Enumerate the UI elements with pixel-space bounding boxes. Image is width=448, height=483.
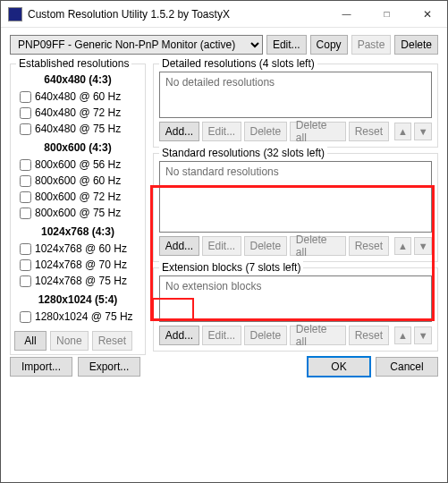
- extension-delete-button: Delete: [244, 326, 287, 345]
- resolution-group-head: 640x480 (4:3): [14, 70, 141, 88]
- resolution-checkbox-row[interactable]: 640x480 @ 75 Hz: [14, 122, 141, 136]
- resolution-checkbox-row[interactable]: 1280x1024 @ 75 Hz: [14, 309, 141, 324]
- resolution-checkbox[interactable]: [20, 123, 31, 135]
- resolution-label: 1024x768 @ 75 Hz: [35, 275, 127, 287]
- resolution-checkbox[interactable]: [20, 311, 31, 323]
- extension-reset-button: Reset: [349, 326, 389, 345]
- resolution-group-head: 800x600 (4:3): [14, 138, 141, 156]
- detailed-reset-button: Reset: [349, 122, 389, 141]
- resolution-checkbox[interactable]: [20, 191, 31, 203]
- established-group: Established resolutions 640x480 (4:3)640…: [10, 64, 146, 355]
- resolution-checkbox[interactable]: [20, 243, 31, 255]
- resolution-checkbox-row[interactable]: 800x600 @ 72 Hz: [14, 190, 141, 204]
- detailed-legend: Detailed resolutions (4 slots left): [159, 57, 317, 70]
- export-button[interactable]: Export...: [78, 357, 140, 377]
- resolution-checkbox[interactable]: [20, 259, 31, 271]
- standard-listbox[interactable]: No standard resolutions: [159, 161, 432, 233]
- resolution-checkbox-row[interactable]: 1024x768 @ 70 Hz: [14, 258, 141, 272]
- standard-reset-button: Reset: [349, 236, 389, 256]
- detailed-deleteall-button: Delete all: [290, 122, 346, 141]
- cancel-button[interactable]: Cancel: [376, 357, 438, 377]
- detailed-up-icon: ▲: [394, 123, 412, 140]
- detailed-delete-button: Delete: [244, 122, 287, 141]
- resolution-checkbox[interactable]: [20, 175, 31, 187]
- reset-established-button: Reset: [92, 331, 132, 351]
- standard-section: Standard resolutions (32 slots left) No …: [153, 153, 438, 262]
- resolution-checkbox[interactable]: [20, 107, 31, 119]
- standard-add-button[interactable]: Add...: [159, 236, 199, 256]
- detailed-edit-button: Edit...: [202, 122, 241, 141]
- extension-up-icon: ▲: [394, 326, 412, 344]
- detailed-listbox[interactable]: No detailed resolutions: [159, 72, 432, 118]
- minimize-button[interactable]: —: [326, 1, 367, 27]
- close-button[interactable]: ✕: [407, 1, 447, 27]
- top-row: PNP09FF - Generic Non-PnP Monitor (activ…: [10, 35, 438, 55]
- monitor-select[interactable]: PNP09FF - Generic Non-PnP Monitor (activ…: [10, 35, 263, 55]
- standard-deleteall-button: Delete all: [290, 236, 346, 256]
- standard-edit-button: Edit...: [202, 236, 241, 256]
- extension-down-icon: ▼: [414, 326, 432, 344]
- extension-deleteall-button: Delete all: [290, 326, 346, 345]
- extension-legend: Extension blocks (7 slots left): [159, 261, 303, 274]
- resolution-group-head: 1280x1024 (5:4): [14, 290, 141, 308]
- established-legend: Established resolutions: [16, 57, 131, 70]
- standard-legend: Standard resolutions (32 slots left): [159, 147, 327, 159]
- paste-button: Paste: [351, 35, 392, 55]
- resolution-checkbox-row[interactable]: 640x480 @ 60 Hz: [14, 89, 141, 104]
- resolution-label: 640x480 @ 75 Hz: [35, 123, 121, 135]
- detailed-add-button[interactable]: Add...: [159, 122, 199, 141]
- extension-edit-button: Edit...: [202, 326, 241, 345]
- app-icon: [8, 7, 22, 21]
- detailed-section: Detailed resolutions (4 slots left) No d…: [153, 64, 438, 148]
- resolution-checkbox-row[interactable]: 800x600 @ 60 Hz: [14, 174, 141, 188]
- resolution-checkbox-row[interactable]: 1024x768 @ 60 Hz: [14, 242, 141, 256]
- import-button[interactable]: Import...: [10, 357, 72, 377]
- delete-monitor-button[interactable]: Delete: [394, 35, 438, 55]
- resolution-checkbox[interactable]: [20, 275, 31, 287]
- ok-button[interactable]: OK: [308, 357, 370, 377]
- extension-add-button[interactable]: Add...: [159, 326, 199, 345]
- resolution-checkbox-row[interactable]: 800x600 @ 56 Hz: [14, 157, 141, 172]
- resolution-label: 800x600 @ 72 Hz: [35, 191, 121, 203]
- resolution-checkbox-row[interactable]: 640x480 @ 72 Hz: [14, 106, 141, 120]
- standard-down-icon: ▼: [414, 237, 432, 255]
- resolution-label: 800x600 @ 60 Hz: [35, 174, 121, 187]
- resolution-label: 1280x1024 @ 75 Hz: [35, 310, 133, 323]
- extension-listbox[interactable]: No extension blocks: [159, 275, 432, 322]
- maximize-button[interactable]: □: [367, 1, 407, 27]
- titlebar: Custom Resolution Utility 1.5.2 by Toast…: [1, 1, 447, 28]
- standard-delete-button: Delete: [244, 236, 287, 256]
- detailed-down-icon: ▼: [414, 123, 432, 140]
- resolution-label: 800x600 @ 56 Hz: [35, 158, 121, 171]
- edit-monitor-button[interactable]: Edit...: [266, 35, 307, 55]
- standard-up-icon: ▲: [394, 237, 412, 255]
- resolution-checkbox-row[interactable]: 800x600 @ 75 Hz: [14, 206, 141, 220]
- resolution-checkbox[interactable]: [20, 208, 31, 219]
- resolution-label: 1024x768 @ 60 Hz: [35, 242, 127, 255]
- copy-button[interactable]: Copy: [310, 35, 348, 55]
- resolution-label: 1024x768 @ 70 Hz: [35, 258, 127, 271]
- resolution-label: 640x480 @ 72 Hz: [35, 106, 121, 119]
- resolution-checkbox-row[interactable]: 1024x768 @ 75 Hz: [14, 274, 141, 288]
- window-title: Custom Resolution Utility 1.5.2 by Toast…: [28, 8, 326, 21]
- resolution-group-head: 1024x768 (4:3): [14, 222, 141, 240]
- resolution-checkbox[interactable]: [20, 91, 31, 103]
- none-button: None: [50, 331, 89, 351]
- resolution-label: 640x480 @ 60 Hz: [35, 90, 121, 103]
- all-button[interactable]: All: [14, 331, 46, 351]
- resolution-checkbox[interactable]: [20, 159, 31, 171]
- resolution-label: 800x600 @ 75 Hz: [35, 207, 121, 219]
- extension-section: Extension blocks (7 slots left) No exten…: [153, 267, 438, 352]
